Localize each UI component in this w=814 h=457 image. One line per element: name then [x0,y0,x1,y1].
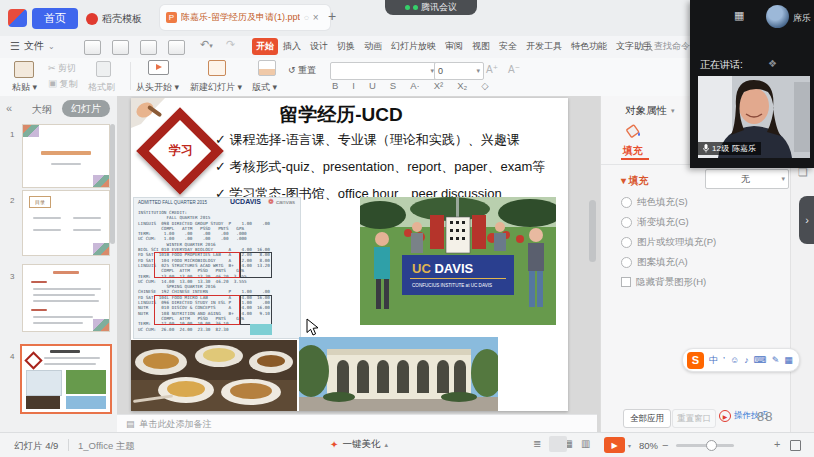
fill-option[interactable]: 图案填充(A) [621,252,716,272]
grid-view-glyph[interactable]: 88 [757,409,773,424]
tab-close-icon[interactable]: × [313,12,319,23]
sogou-tool-icon[interactable]: 中 [709,354,718,367]
sogou-tool-icon[interactable]: ✎ [772,355,780,365]
sogou-tool-icon[interactable]: ♪ [744,355,749,365]
docer-template-tab[interactable]: 稻壳模板 [86,8,142,29]
sogou-tool-icon[interactable]: ▦ [784,355,793,365]
zoom-out-icon[interactable]: − [662,439,668,451]
slide-thumbnail-3[interactable] [22,264,110,332]
copy-button[interactable]: ▣ 复制 [48,78,78,91]
tab-sync-icon[interactable]: ◌ [304,13,309,22]
tab-slides[interactable]: 幻灯片 [62,100,110,117]
radio-icon[interactable] [621,237,632,248]
slide-thumbnail-4-selected[interactable] [20,344,112,414]
reset-button[interactable]: ↺ 重置 [288,64,316,77]
slideshow-play-button[interactable]: ▶ [604,437,625,453]
from-start-button[interactable]: 从头开始 ▾ [136,81,179,94]
ribbon-tab[interactable]: 插入 [279,38,305,55]
format-button[interactable]: ◇ [481,80,488,91]
hide-background-checkbox[interactable]: 隐藏背景图形(H) [621,272,706,292]
ribbon-tab[interactable]: 开发工具 [522,38,566,55]
sogou-logo[interactable]: S [687,352,704,369]
radio-icon[interactable] [621,257,632,268]
ribbon-tab[interactable]: 设计 [306,38,332,55]
fill-type-dropdown[interactable]: 无 ▾ [705,169,789,189]
sogou-tool-icon[interactable]: ⌨ [754,355,767,365]
fill-option[interactable]: 渐变填充(G) [621,212,716,232]
ribbon-tab[interactable]: 动画 [360,38,386,55]
sogou-tool-icon[interactable]: ’ [723,355,725,365]
increase-font-icon[interactable]: A⁺ [486,64,498,75]
document-tab[interactable]: P 陈嘉乐-留学经历及申请(1).ppt ◌ × [160,5,330,30]
home-tab[interactable]: 首页 [32,8,78,29]
undo-icon[interactable]: ↶▾ [200,38,213,51]
fill-option[interactable]: 纯色填充(S) [621,192,716,212]
zoom-level[interactable]: 80% [639,440,658,451]
decrease-font-icon[interactable]: A⁻ [508,64,520,75]
new-tab-button[interactable]: + [328,8,336,24]
radio-icon[interactable] [621,217,632,228]
zoom-in-icon[interactable]: + [774,438,780,450]
food-plates-photo[interactable] [131,340,297,411]
user-avatar[interactable] [766,5,789,28]
slide-editing-area[interactable]: 学习 留学经历-UCD ✓ 课程选择-语言课、专业课（理论和实践）、兴趣课✓ 考… [131,98,568,411]
play-options-chevron[interactable]: ▾ [628,442,631,449]
slide-thumbnail-1[interactable] [22,124,110,188]
layout-grid-icon[interactable]: ▦ [734,9,744,22]
paste-button[interactable]: 粘贴 ▾ [12,81,37,94]
format-button[interactable]: S [390,80,396,91]
slide-title[interactable]: 留学经历-UCD [191,102,491,128]
expand-panel-tab[interactable]: › [799,196,814,244]
meeting-share-pill[interactable]: 腾讯会议 [385,0,477,15]
ribbon-tab[interactable]: 开始 [252,38,278,55]
format-button[interactable]: X₂ [457,80,467,91]
fill-section-header[interactable]: ▾ 填充 [621,174,649,188]
format-button[interactable]: X² [434,80,444,91]
all-apps-button[interactable]: 全部应用 [623,409,671,428]
format-button[interactable]: I [352,80,355,91]
campus-building-photo[interactable] [299,337,498,411]
ribbon-tab[interactable]: 幻灯片放映 [387,38,440,55]
print-icon[interactable] [112,40,129,55]
ribbon-tab[interactable]: 特色功能 [567,38,611,55]
sogou-tool-icon[interactable]: ☺ [730,355,739,365]
zoom-slider-knob[interactable] [706,440,717,451]
layout-button[interactable]: 版式 ▾ [252,81,277,94]
radio-icon[interactable] [621,197,632,208]
new-slide-button[interactable]: 新建幻灯片 ▾ [190,81,242,94]
beautify-button[interactable]: ✦ 一键美化 ▴ [330,438,388,451]
format-button[interactable]: B [332,80,338,91]
checkbox-icon[interactable] [621,277,631,287]
save-icon[interactable] [84,40,101,55]
cut-button[interactable]: ✂ 剪切 [48,62,76,75]
font-size-select[interactable]: 0▾ [434,62,484,80]
transcript-screenshot[interactable]: ADMITTED FALL QUARTER 2015 UCDAVIS ❁ can… [133,197,301,339]
zoom-slider-track[interactable] [676,444,734,447]
ribbon-tab[interactable]: 切换 [333,38,359,55]
reset-window-button[interactable]: 重置窗口 [672,409,716,428]
format-button[interactable]: U [369,80,376,91]
ribbon-tab[interactable]: 审阅 [441,38,467,55]
font-name-select[interactable]: ▾ [330,62,438,80]
ribbon-tab[interactable]: 安全 [495,38,521,55]
fill-tab[interactable]: 填充 [623,144,643,158]
fill-bucket-icon[interactable] [625,122,643,140]
ribbon-tab[interactable]: 视图 [468,38,494,55]
preview-icon[interactable] [168,40,185,55]
chevron-down-icon[interactable]: ▾ [671,107,675,115]
slide-thumbnail-2[interactable]: 目录 [22,190,110,256]
view-mode-icon[interactable]: ▥ [581,438,590,449]
redo-icon[interactable]: ↷ [226,38,235,51]
panel-scrollbar[interactable] [110,124,115,244]
export-icon[interactable] [140,40,157,55]
file-menu[interactable]: ☰ 文件 ⌄ [10,39,55,53]
format-painter-button[interactable]: 格式刷 [88,81,115,94]
ucdavis-banner-photo[interactable]: UC DAVIS CONFUCIUS INSTITUTE at UC DAVIS [360,197,556,325]
tab-outline[interactable]: 大纲 [32,103,52,117]
canvas-scrollbar[interactable] [589,200,596,262]
format-button[interactable]: A· [410,80,420,91]
slide-bullets[interactable]: ✓ 课程选择-语言课、专业课（理论和实践）、兴趣课✓ 考核形式-quiz、pre… [215,126,545,207]
notes-bar[interactable]: ▤ 单击此处添加备注 [117,414,597,433]
fill-option[interactable]: 图片或纹理填充(P) [621,232,716,252]
fit-window-icon[interactable] [790,440,801,451]
